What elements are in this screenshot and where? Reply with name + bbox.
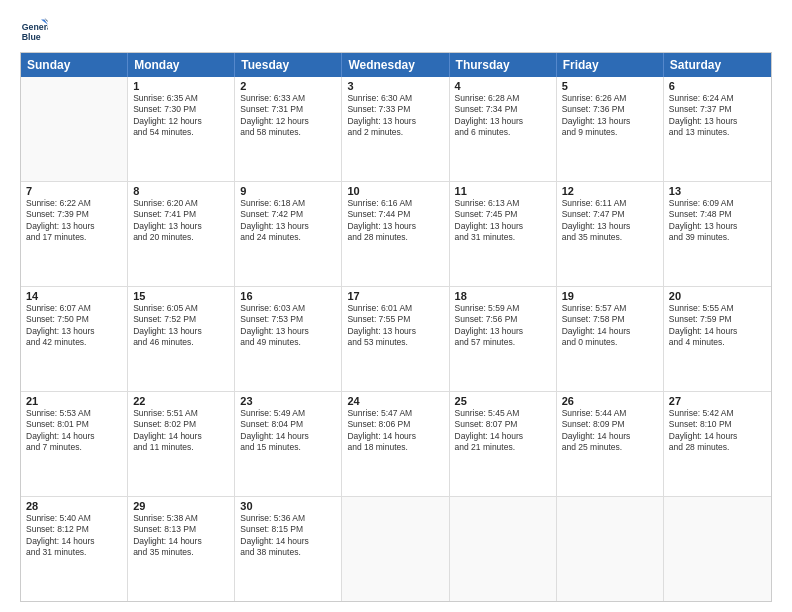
cell-info: Sunrise: 5:38 AM Sunset: 8:13 PM Dayligh… <box>133 513 229 559</box>
cell-info: Sunrise: 5:53 AM Sunset: 8:01 PM Dayligh… <box>26 408 122 454</box>
day-number: 21 <box>26 395 122 407</box>
cell-info: Sunrise: 5:47 AM Sunset: 8:06 PM Dayligh… <box>347 408 443 454</box>
day-header-wednesday: Wednesday <box>342 53 449 77</box>
cell-info: Sunrise: 5:49 AM Sunset: 8:04 PM Dayligh… <box>240 408 336 454</box>
cell-info: Sunrise: 6:33 AM Sunset: 7:31 PM Dayligh… <box>240 93 336 139</box>
day-number: 3 <box>347 80 443 92</box>
calendar-cell-empty <box>21 77 128 181</box>
calendar: SundayMondayTuesdayWednesdayThursdayFrid… <box>20 52 772 602</box>
calendar-cell-13: 13Sunrise: 6:09 AM Sunset: 7:48 PM Dayli… <box>664 182 771 286</box>
calendar-cell-30: 30Sunrise: 5:36 AM Sunset: 8:15 PM Dayli… <box>235 497 342 601</box>
calendar-row-1: 1Sunrise: 6:35 AM Sunset: 7:30 PM Daylig… <box>21 77 771 182</box>
cell-info: Sunrise: 6:16 AM Sunset: 7:44 PM Dayligh… <box>347 198 443 244</box>
calendar-cell-19: 19Sunrise: 5:57 AM Sunset: 7:58 PM Dayli… <box>557 287 664 391</box>
calendar-cell-1: 1Sunrise: 6:35 AM Sunset: 7:30 PM Daylig… <box>128 77 235 181</box>
page-header: General Blue <box>20 16 772 44</box>
calendar-cell-empty <box>450 497 557 601</box>
cell-info: Sunrise: 6:05 AM Sunset: 7:52 PM Dayligh… <box>133 303 229 349</box>
day-number: 10 <box>347 185 443 197</box>
calendar-row-5: 28Sunrise: 5:40 AM Sunset: 8:12 PM Dayli… <box>21 497 771 601</box>
cell-info: Sunrise: 5:36 AM Sunset: 8:15 PM Dayligh… <box>240 513 336 559</box>
logo-icon: General Blue <box>20 16 48 44</box>
cell-info: Sunrise: 5:45 AM Sunset: 8:07 PM Dayligh… <box>455 408 551 454</box>
day-number: 27 <box>669 395 766 407</box>
calendar-cell-empty <box>557 497 664 601</box>
cell-info: Sunrise: 6:07 AM Sunset: 7:50 PM Dayligh… <box>26 303 122 349</box>
day-number: 20 <box>669 290 766 302</box>
cell-info: Sunrise: 6:28 AM Sunset: 7:34 PM Dayligh… <box>455 93 551 139</box>
day-number: 29 <box>133 500 229 512</box>
calendar-cell-10: 10Sunrise: 6:16 AM Sunset: 7:44 PM Dayli… <box>342 182 449 286</box>
day-number: 16 <box>240 290 336 302</box>
cell-info: Sunrise: 6:09 AM Sunset: 7:48 PM Dayligh… <box>669 198 766 244</box>
day-number: 28 <box>26 500 122 512</box>
svg-text:Blue: Blue <box>22 32 41 42</box>
logo: General Blue <box>20 16 52 44</box>
cell-info: Sunrise: 6:20 AM Sunset: 7:41 PM Dayligh… <box>133 198 229 244</box>
calendar-cell-empty <box>342 497 449 601</box>
calendar-cell-17: 17Sunrise: 6:01 AM Sunset: 7:55 PM Dayli… <box>342 287 449 391</box>
day-number: 25 <box>455 395 551 407</box>
calendar-cell-14: 14Sunrise: 6:07 AM Sunset: 7:50 PM Dayli… <box>21 287 128 391</box>
calendar-cell-27: 27Sunrise: 5:42 AM Sunset: 8:10 PM Dayli… <box>664 392 771 496</box>
calendar-row-4: 21Sunrise: 5:53 AM Sunset: 8:01 PM Dayli… <box>21 392 771 497</box>
calendar-cell-28: 28Sunrise: 5:40 AM Sunset: 8:12 PM Dayli… <box>21 497 128 601</box>
day-number: 26 <box>562 395 658 407</box>
calendar-cell-6: 6Sunrise: 6:24 AM Sunset: 7:37 PM Daylig… <box>664 77 771 181</box>
calendar-cell-7: 7Sunrise: 6:22 AM Sunset: 7:39 PM Daylig… <box>21 182 128 286</box>
calendar-cell-2: 2Sunrise: 6:33 AM Sunset: 7:31 PM Daylig… <box>235 77 342 181</box>
day-number: 18 <box>455 290 551 302</box>
day-number: 14 <box>26 290 122 302</box>
day-number: 15 <box>133 290 229 302</box>
calendar-cell-5: 5Sunrise: 6:26 AM Sunset: 7:36 PM Daylig… <box>557 77 664 181</box>
calendar-cell-15: 15Sunrise: 6:05 AM Sunset: 7:52 PM Dayli… <box>128 287 235 391</box>
calendar-cell-9: 9Sunrise: 6:18 AM Sunset: 7:42 PM Daylig… <box>235 182 342 286</box>
day-header-thursday: Thursday <box>450 53 557 77</box>
calendar-cell-8: 8Sunrise: 6:20 AM Sunset: 7:41 PM Daylig… <box>128 182 235 286</box>
cell-info: Sunrise: 5:51 AM Sunset: 8:02 PM Dayligh… <box>133 408 229 454</box>
day-number: 8 <box>133 185 229 197</box>
cell-info: Sunrise: 5:42 AM Sunset: 8:10 PM Dayligh… <box>669 408 766 454</box>
day-number: 9 <box>240 185 336 197</box>
calendar-cell-12: 12Sunrise: 6:11 AM Sunset: 7:47 PM Dayli… <box>557 182 664 286</box>
calendar-cell-16: 16Sunrise: 6:03 AM Sunset: 7:53 PM Dayli… <box>235 287 342 391</box>
cell-info: Sunrise: 6:30 AM Sunset: 7:33 PM Dayligh… <box>347 93 443 139</box>
cell-info: Sunrise: 5:40 AM Sunset: 8:12 PM Dayligh… <box>26 513 122 559</box>
cell-info: Sunrise: 6:18 AM Sunset: 7:42 PM Dayligh… <box>240 198 336 244</box>
calendar-cell-empty <box>664 497 771 601</box>
day-number: 17 <box>347 290 443 302</box>
calendar-cell-29: 29Sunrise: 5:38 AM Sunset: 8:13 PM Dayli… <box>128 497 235 601</box>
calendar-cell-25: 25Sunrise: 5:45 AM Sunset: 8:07 PM Dayli… <box>450 392 557 496</box>
cell-info: Sunrise: 5:59 AM Sunset: 7:56 PM Dayligh… <box>455 303 551 349</box>
day-number: 6 <box>669 80 766 92</box>
day-header-sunday: Sunday <box>21 53 128 77</box>
day-number: 1 <box>133 80 229 92</box>
calendar-cell-22: 22Sunrise: 5:51 AM Sunset: 8:02 PM Dayli… <box>128 392 235 496</box>
day-header-friday: Friday <box>557 53 664 77</box>
calendar-cell-20: 20Sunrise: 5:55 AM Sunset: 7:59 PM Dayli… <box>664 287 771 391</box>
day-header-tuesday: Tuesday <box>235 53 342 77</box>
calendar-cell-26: 26Sunrise: 5:44 AM Sunset: 8:09 PM Dayli… <box>557 392 664 496</box>
calendar-cell-24: 24Sunrise: 5:47 AM Sunset: 8:06 PM Dayli… <box>342 392 449 496</box>
cell-info: Sunrise: 5:44 AM Sunset: 8:09 PM Dayligh… <box>562 408 658 454</box>
cell-info: Sunrise: 6:35 AM Sunset: 7:30 PM Dayligh… <box>133 93 229 139</box>
calendar-cell-18: 18Sunrise: 5:59 AM Sunset: 7:56 PM Dayli… <box>450 287 557 391</box>
calendar-row-3: 14Sunrise: 6:07 AM Sunset: 7:50 PM Dayli… <box>21 287 771 392</box>
calendar-cell-4: 4Sunrise: 6:28 AM Sunset: 7:34 PM Daylig… <box>450 77 557 181</box>
svg-text:General: General <box>22 22 48 32</box>
cell-info: Sunrise: 6:01 AM Sunset: 7:55 PM Dayligh… <box>347 303 443 349</box>
cell-info: Sunrise: 6:26 AM Sunset: 7:36 PM Dayligh… <box>562 93 658 139</box>
day-number: 13 <box>669 185 766 197</box>
calendar-cell-11: 11Sunrise: 6:13 AM Sunset: 7:45 PM Dayli… <box>450 182 557 286</box>
day-number: 2 <box>240 80 336 92</box>
day-number: 30 <box>240 500 336 512</box>
calendar-row-2: 7Sunrise: 6:22 AM Sunset: 7:39 PM Daylig… <box>21 182 771 287</box>
day-number: 22 <box>133 395 229 407</box>
day-number: 5 <box>562 80 658 92</box>
cell-info: Sunrise: 6:22 AM Sunset: 7:39 PM Dayligh… <box>26 198 122 244</box>
cell-info: Sunrise: 6:24 AM Sunset: 7:37 PM Dayligh… <box>669 93 766 139</box>
cell-info: Sunrise: 5:57 AM Sunset: 7:58 PM Dayligh… <box>562 303 658 349</box>
day-header-monday: Monday <box>128 53 235 77</box>
day-number: 11 <box>455 185 551 197</box>
calendar-body: 1Sunrise: 6:35 AM Sunset: 7:30 PM Daylig… <box>21 77 771 601</box>
